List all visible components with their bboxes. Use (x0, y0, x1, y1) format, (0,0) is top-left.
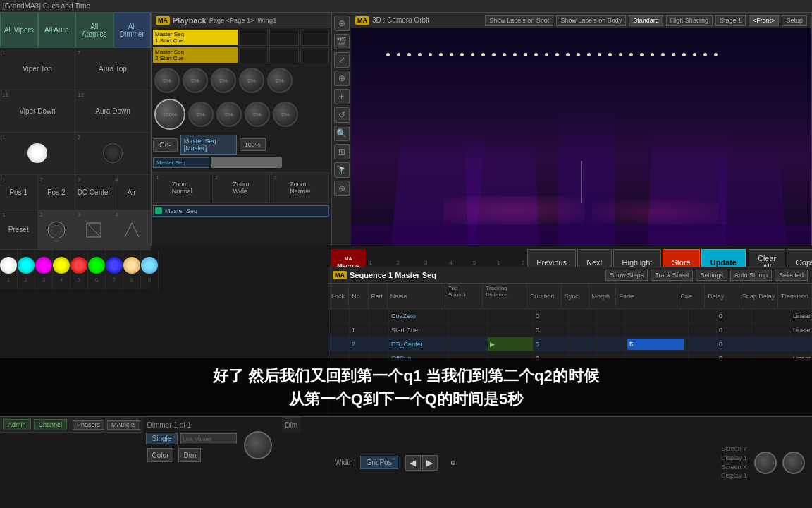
all-aura-btn[interactable]: All Aura (38, 13, 76, 47)
seq-block-1[interactable]: Master Seq1 Start Cue (153, 30, 238, 45)
grid-pos-btn[interactable]: GridPos (360, 456, 398, 469)
row-cuezero-transition: Linear (791, 309, 812, 322)
encoder-wheel-3[interactable] (782, 452, 805, 474)
tool-zoom-out[interactable]: 🔭 (334, 162, 350, 178)
channel-button[interactable]: Channel (34, 419, 68, 430)
col-lock: Lock (328, 284, 349, 308)
link-values-bar: Link Values (180, 433, 237, 445)
row-ds-trig (449, 337, 488, 351)
admin-button[interactable]: Admin (3, 419, 31, 430)
tool-zoom-fit[interactable]: ⊞ (334, 144, 350, 159)
knob-4[interactable]: 0% (239, 68, 264, 93)
row-ds-name: DS_Center (389, 337, 449, 351)
tool-camera[interactable]: 🎬 (334, 34, 350, 49)
all-dimmer-btn[interactable]: All Dimmer (113, 13, 152, 47)
color-magenta[interactable]: 3 (35, 250, 53, 289)
single-row: Single Link Values (146, 433, 238, 445)
all-vipers-btn[interactable]: All Vipers (0, 13, 38, 47)
single-button[interactable]: Single (146, 433, 178, 445)
auto-stomp-btn[interactable]: Auto Stomp (730, 270, 772, 281)
setup-btn[interactable]: Setup (782, 15, 807, 26)
aura-down-cell[interactable]: 12 Aura Down (75, 90, 151, 132)
encoder-wheel[interactable] (244, 431, 272, 459)
master-knob[interactable]: 100% (154, 99, 185, 130)
col-sync: Sync (562, 284, 589, 308)
dim-bar[interactable]: Dim (178, 448, 201, 462)
pos2-cell[interactable]: 2 Pos 2 (38, 175, 76, 210)
dimmer-info: Dimmer 1 of 1 (146, 420, 238, 430)
settings-btn[interactable]: Settings (696, 270, 727, 281)
dc-center-cell[interactable]: 3 DC Center (75, 175, 113, 210)
circles-row: 1 2 (0, 133, 151, 175)
knob-9[interactable]: 0% (273, 102, 298, 127)
color-white[interactable]: 1 (0, 250, 18, 289)
color-blue[interactable]: 7 (106, 250, 123, 289)
standard-btn[interactable]: Standard (629, 15, 663, 26)
row-ds-sync (569, 337, 597, 351)
phasers-button[interactable]: Phasers (73, 420, 104, 430)
tool-zoom-in[interactable]: 🔍 (334, 126, 350, 141)
front-btn[interactable]: <Front> (749, 15, 780, 26)
stage1-btn[interactable]: Stage 1 (715, 15, 746, 26)
color-circle-row: 1 2 3 4 5 6 7 (0, 250, 151, 289)
color-red[interactable]: 5 (70, 250, 88, 289)
aura-top-cell[interactable]: 7 Aura Top (75, 48, 151, 90)
knob-6[interactable]: 0% (188, 102, 214, 127)
row-cuezero-sync (569, 309, 597, 322)
row-start-sync (569, 323, 597, 337)
viper-down-cell[interactable]: 11 Viper Down (0, 90, 75, 132)
fixture-dots (386, 53, 718, 56)
knob-5[interactable]: 0% (267, 68, 293, 93)
track-sheet-btn[interactable]: Track Sheet (651, 270, 693, 281)
air-cell[interactable]: 4 Air (113, 175, 152, 210)
knob-2[interactable]: 0% (183, 68, 208, 93)
tool-orbit[interactable]: ⊕ (334, 71, 350, 86)
knob-1[interactable]: 0% (154, 68, 180, 93)
selected-btn[interactable]: Selected (775, 270, 808, 281)
circle-black-cell[interactable]: 2 (75, 133, 151, 174)
nav-left[interactable]: ◀ (405, 455, 421, 471)
knob-8[interactable]: 0% (245, 102, 270, 127)
top-buttons: All Vipers All Aura All Atomics All Dimm… (0, 13, 151, 48)
knob-3[interactable]: 0% (211, 68, 236, 93)
go-button[interactable]: Go- (153, 138, 178, 152)
pos1-cell[interactable]: 1 Pos 1 (0, 175, 38, 210)
color-bar[interactable]: Color (147, 448, 174, 462)
tool-move[interactable]: ⤢ (334, 52, 350, 68)
tool-extra[interactable]: ⊕ (334, 181, 350, 196)
pattern3-cell[interactable]: 4 (113, 210, 152, 249)
tool-add[interactable]: + (334, 89, 350, 104)
show-labels-spot[interactable]: Show Labels on Spot (485, 15, 553, 26)
tool-rotate[interactable]: ↺ (334, 107, 350, 123)
circle-white-cell[interactable]: 1 (0, 133, 75, 174)
knob-7[interactable]: 0% (216, 102, 242, 127)
color-warm[interactable]: 8 (123, 250, 141, 289)
pattern1-cell[interactable]: 2 (38, 210, 76, 249)
pattern2-cell[interactable]: 3 (75, 210, 113, 249)
zoom-wide-cell[interactable]: 2 ZoomWide (212, 172, 271, 203)
nav-right[interactable]: ▶ (422, 455, 438, 471)
show-steps-btn[interactable]: Show Steps (605, 270, 648, 281)
zoom-normal-cell[interactable]: 1 ZoomNormal (153, 172, 211, 203)
seq-block-2[interactable]: Master Seq2 Start Cue (153, 47, 238, 63)
color-green[interactable]: 6 (88, 250, 106, 289)
row-cuezero-no (350, 309, 369, 322)
tool-select[interactable]: ⊕ (334, 16, 350, 31)
matricks-button[interactable]: MAtricks (107, 420, 140, 430)
show-labels-body[interactable]: Show Labels on Body (556, 15, 626, 26)
encoder-wheel-2[interactable] (754, 452, 777, 474)
table-row: CueZero 0 0 Linear (328, 309, 812, 323)
preset-cell[interactable]: 1 Preset (0, 210, 38, 249)
zoom-narrow-cell[interactable]: 3 ZoomNarrow (271, 172, 329, 203)
master-seq-bottom[interactable]: Master Seq (153, 205, 329, 217)
svg-line-3 (87, 223, 101, 237)
color-lightblue[interactable]: 9 (141, 250, 159, 289)
high-shading-btn[interactable]: High Shading (666, 15, 713, 26)
color-cyan[interactable]: 2 (18, 250, 35, 289)
playback-panel: MA Playback Page <Page 1> Wing1 Master S… (152, 13, 331, 246)
all-atomics-btn[interactable]: All Atomics (75, 13, 113, 47)
viper-top-cell[interactable]: 1 Viper Top (0, 48, 75, 90)
nav-icon[interactable]: ⊕ (450, 459, 456, 466)
color-yellow[interactable]: 4 (53, 250, 70, 289)
master-seq-block[interactable]: Master Seq[Master] (180, 135, 237, 155)
